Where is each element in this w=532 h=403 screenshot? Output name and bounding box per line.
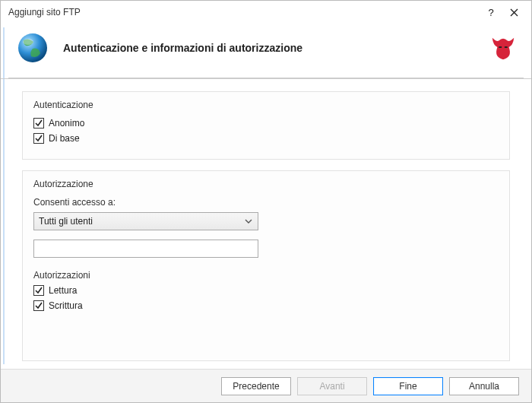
checkbox-checked-icon <box>33 118 44 129</box>
write-label: Scrittura <box>49 300 83 311</box>
access-text-input[interactable] <box>33 240 258 258</box>
next-button: Avanti <box>297 377 367 395</box>
titlebar: Aggiungi sito FTP ? <box>1 1 531 24</box>
basic-label: Di base <box>49 133 80 144</box>
finish-button[interactable]: Fine <box>373 377 443 395</box>
content-area: Autenticazione Anonimo Di base Autorizza… <box>1 79 531 369</box>
footer-buttons: Precedente Avanti Fine Annulla <box>1 369 531 402</box>
checkbox-checked-icon <box>33 285 44 296</box>
window-title: Aggiungi sito FTP <box>8 7 480 17</box>
previous-button[interactable]: Precedente <box>221 377 291 395</box>
read-checkbox[interactable]: Lettura <box>33 285 499 296</box>
checkbox-checked-icon <box>33 300 44 311</box>
authentication-group: Autenticazione Anonimo Di base <box>22 91 510 160</box>
write-checkbox[interactable]: Scrittura <box>33 300 499 311</box>
authentication-title: Autenticazione <box>33 100 499 110</box>
chevron-down-icon <box>244 216 253 227</box>
allow-access-select[interactable]: Tutti gli utenti <box>33 212 258 230</box>
svg-point-0 <box>18 33 47 62</box>
svg-rect-3 <box>505 46 508 48</box>
permissions-title: Autorizzazioni <box>33 270 499 281</box>
dialog-window: Aggiungi sito FTP ? Autenticazione e inf… <box>0 0 532 403</box>
allow-access-label: Consenti accesso a: <box>33 197 499 208</box>
svg-point-1 <box>23 39 33 45</box>
close-icon <box>510 8 518 17</box>
anonymous-checkbox[interactable]: Anonimo <box>33 118 499 129</box>
basic-checkbox[interactable]: Di base <box>33 133 499 144</box>
header: Autenticazione e informazioni di autoriz… <box>1 24 531 79</box>
read-label: Lettura <box>49 285 77 296</box>
close-button[interactable] <box>502 5 525 20</box>
brand-logo-icon <box>489 33 518 62</box>
authorization-group: Autorizzazione Consenti accesso a: Tutti… <box>22 170 510 361</box>
authorization-title: Autorizzazione <box>33 179 499 189</box>
svg-rect-2 <box>499 46 502 48</box>
anonymous-label: Anonimo <box>49 118 84 129</box>
cancel-button[interactable]: Annulla <box>449 377 519 395</box>
globe-icon <box>16 31 49 65</box>
help-button[interactable]: ? <box>480 5 502 20</box>
checkbox-checked-icon <box>33 133 44 144</box>
page-title: Autenticazione e informazioni di autoriz… <box>63 42 489 54</box>
select-value: Tutti gli utenti <box>39 216 93 227</box>
